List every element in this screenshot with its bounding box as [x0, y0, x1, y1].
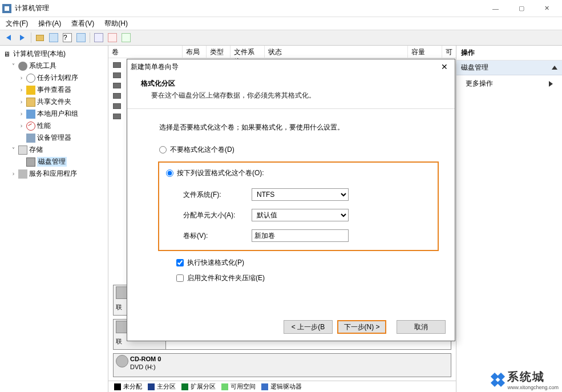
cdrom-row[interactable]: CD-ROM 0 DVD (H:)	[113, 353, 451, 377]
wizard-close-button[interactable]: ✕	[438, 62, 451, 71]
tree-label: 性能	[37, 121, 51, 131]
expand-icon[interactable]: ›	[18, 87, 25, 93]
tool-button-3[interactable]: ?	[61, 31, 74, 44]
tool-button-6[interactable]	[106, 31, 119, 44]
expand-icon[interactable]: ˅	[10, 63, 17, 69]
list-header: 卷 布局 类型 文件系统 状态 容量 可	[108, 46, 456, 58]
col-capacity[interactable]: 容量	[408, 46, 442, 58]
radio-no-format-input[interactable]	[159, 146, 167, 153]
checkbox-label: 执行快速格式化(P)	[187, 258, 244, 268]
swatch-icon	[148, 383, 155, 390]
disk-icon	[26, 157, 35, 167]
menu-file[interactable]: 文件(F)	[2, 18, 31, 30]
tool-button-5[interactable]	[92, 31, 105, 44]
tree-label: 共享文件夹	[37, 97, 71, 107]
tool-button-1[interactable]	[34, 31, 46, 44]
refresh-icon	[49, 33, 58, 42]
swatch-icon	[181, 383, 188, 390]
tool-button-7[interactable]	[120, 31, 132, 44]
cdrom-name: CD-ROM 0	[116, 355, 448, 363]
quick-format-row[interactable]: 执行快速格式化(P)	[159, 258, 438, 268]
event-icon	[26, 86, 35, 95]
menu-help[interactable]: 帮助(H)	[101, 18, 131, 30]
radio-format-input[interactable]	[166, 169, 173, 177]
swatch-icon	[114, 383, 121, 390]
menu-action[interactable]: 操作(A)	[35, 18, 64, 30]
col-fs[interactable]: 文件系统	[231, 46, 265, 58]
radio-no-format[interactable]: 不要格式化这个卷(D)	[159, 145, 438, 155]
filesystem-select[interactable]: NTFS	[252, 188, 349, 201]
volume-icon	[113, 62, 121, 68]
tree-root[interactable]: 🖥计算机管理(本地)	[1, 48, 107, 60]
cancel-button[interactable]: 取消	[397, 320, 446, 334]
menubar: 文件(F) 操作(A) 查看(V) 帮助(H)	[0, 17, 562, 30]
swatch-icon	[261, 383, 268, 390]
col-layout[interactable]: 布局	[183, 46, 207, 58]
filesystem-row: 文件系统(F): NTFS	[166, 188, 431, 201]
legend-extended: 扩展分区	[181, 382, 216, 391]
quick-format-checkbox[interactable]	[176, 259, 184, 266]
wizard-footer: < 上一步(B 下一步(N) > 取消	[284, 320, 446, 334]
list-icon	[76, 33, 86, 42]
compression-row[interactable]: 启用文件和文件夹压缩(E)	[159, 273, 438, 283]
tree-system-tools[interactable]: ˅系统工具	[1, 60, 107, 72]
expand-icon[interactable]: ›	[18, 75, 25, 81]
volume-label-input[interactable]	[252, 229, 349, 242]
minimize-button[interactable]: —	[483, 1, 508, 17]
tool-button-2[interactable]	[47, 31, 60, 44]
tree-services[interactable]: ›服务和应用程序	[1, 168, 107, 180]
compression-checkbox[interactable]	[176, 274, 184, 282]
tree-label: 任务计划程序	[37, 73, 78, 83]
tree-event-viewer[interactable]: ›事件查看器	[1, 84, 107, 96]
watermark-url: www.xitongcheng.com	[507, 385, 559, 390]
arrow-left-icon	[6, 35, 11, 41]
nav-forward-button[interactable]	[16, 31, 29, 44]
nav-back-button[interactable]	[2, 31, 15, 44]
expand-icon[interactable]: ˅	[10, 147, 17, 153]
maximize-button[interactable]: ▢	[508, 1, 534, 17]
col-type[interactable]: 类型	[207, 46, 231, 58]
tree-task-scheduler[interactable]: ›任务计划程序	[1, 72, 107, 84]
app-icon	[2, 4, 11, 13]
allocation-select[interactable]: 默认值	[252, 209, 349, 221]
tree-label: 计算机管理(本地)	[13, 49, 66, 59]
action-group-disk-mgmt[interactable]: 磁盘管理	[456, 60, 562, 75]
action-more[interactable]: 更多操作	[456, 75, 562, 92]
swatch-icon	[221, 383, 228, 390]
tree-local-users[interactable]: ›本地用户和组	[1, 108, 107, 120]
radio-label: 不要格式化这个卷(D)	[170, 145, 234, 155]
toolbar: ?	[0, 30, 562, 46]
tree-storage[interactable]: ˅存储	[1, 144, 107, 156]
col-available[interactable]: 可	[442, 46, 456, 58]
folder-icon	[36, 35, 44, 41]
tree-performance[interactable]: ›性能	[1, 120, 107, 132]
col-status[interactable]: 状态	[265, 46, 408, 58]
menu-view[interactable]: 查看(V)	[68, 18, 98, 30]
tool-button-4[interactable]	[75, 31, 87, 44]
next-button[interactable]: 下一步(N) >	[337, 320, 386, 334]
checkbox-label: 启用文件和文件夹压缩(E)	[187, 273, 265, 283]
cdrom-header: CD-ROM 0 DVD (H:)	[114, 354, 451, 377]
legend-unallocated: 未分配	[114, 382, 142, 391]
expand-icon[interactable]: ›	[18, 111, 25, 117]
tree-device-manager[interactable]: 设备管理器	[1, 132, 107, 144]
back-button[interactable]: < 上一步(B	[284, 320, 333, 334]
view-icon	[94, 33, 103, 42]
close-button[interactable]: ✕	[534, 1, 560, 17]
wizard-header: 格式化分区 要在这个磁盘分区上储存数据，你必须先将其格式化。	[127, 74, 455, 109]
expand-icon[interactable]: ›	[18, 99, 25, 105]
cdrom-icon	[116, 355, 128, 367]
new-volume-wizard-dialog: 新建简单卷向导 ✕ 格式化分区 要在这个磁盘分区上储存数据，你必须先将其格式化。…	[127, 59, 455, 341]
watermark: 系统城 www.xitongcheng.com	[491, 369, 559, 390]
tree-disk-management[interactable]: 磁盘管理	[1, 156, 107, 168]
legend-free: 可用空间	[221, 382, 256, 391]
filesystem-label: 文件系统(F):	[166, 190, 252, 200]
window-title: 计算机管理	[15, 3, 483, 13]
clock-icon	[26, 74, 35, 83]
volume-icon	[113, 103, 121, 109]
tree-shared-folders[interactable]: ›共享文件夹	[1, 96, 107, 108]
col-volume[interactable]: 卷	[108, 46, 183, 58]
expand-icon[interactable]: ›	[10, 171, 17, 177]
expand-icon[interactable]: ›	[18, 123, 25, 129]
radio-format[interactable]: 按下列设置格式化这个卷(O):	[166, 168, 431, 178]
